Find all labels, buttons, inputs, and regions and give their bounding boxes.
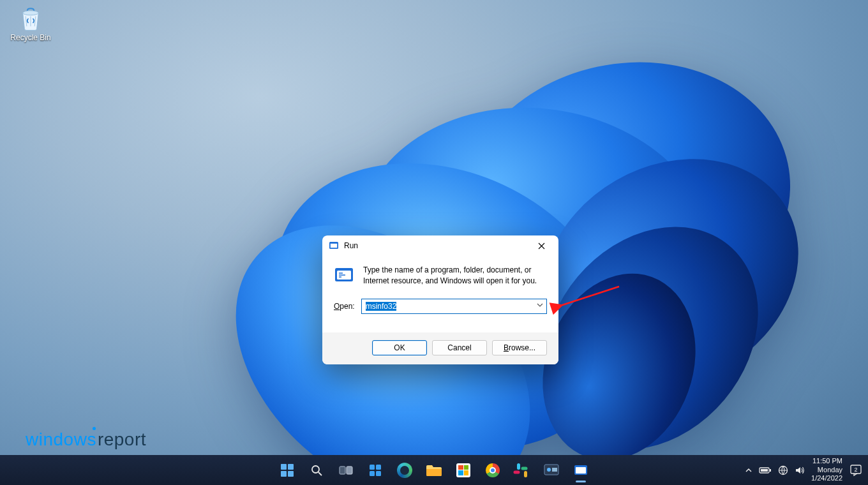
run-description: Type the name of a program, folder, docu… bbox=[363, 265, 547, 287]
windowsreport-watermark: windowsreport bbox=[26, 429, 146, 450]
search-button[interactable] bbox=[303, 457, 330, 484]
start-button[interactable] bbox=[274, 457, 301, 484]
svg-rect-12 bbox=[376, 465, 381, 470]
svg-rect-19 bbox=[576, 467, 586, 474]
svg-rect-21 bbox=[761, 469, 768, 472]
svg-text:2: 2 bbox=[854, 466, 857, 473]
taskbar-center bbox=[274, 455, 594, 485]
run-dialog-icon bbox=[334, 265, 354, 285]
clock-date: 1/24/2022 bbox=[811, 474, 842, 483]
file-explorer-button[interactable] bbox=[421, 457, 447, 484]
recycle-bin-icon[interactable]: Recycle Bin bbox=[8, 5, 54, 42]
clock-day: Monday bbox=[811, 466, 842, 475]
slack-button[interactable] bbox=[509, 457, 535, 484]
folder-icon bbox=[426, 464, 442, 477]
taskbar-clock[interactable]: 11:50 PM Monday 1/24/2022 bbox=[811, 457, 842, 483]
notifications-button[interactable]: 2 bbox=[849, 463, 863, 477]
edge-button[interactable] bbox=[391, 457, 418, 484]
taskbar-right: 11:50 PM Monday 1/24/2022 2 bbox=[745, 455, 863, 485]
battery-icon[interactable] bbox=[759, 466, 772, 474]
svg-rect-9 bbox=[340, 466, 345, 474]
svg-line-8 bbox=[318, 472, 322, 475]
network-icon[interactable] bbox=[778, 465, 788, 475]
svg-rect-17 bbox=[552, 468, 557, 472]
recycle-bin-glyph-icon bbox=[17, 5, 44, 32]
generic-app-icon bbox=[544, 464, 559, 477]
svg-rect-2 bbox=[331, 244, 338, 248]
ok-button[interactable]: OK bbox=[372, 340, 427, 355]
clock-time: 11:50 PM bbox=[811, 457, 842, 466]
task-view-icon bbox=[339, 465, 353, 476]
store-icon bbox=[456, 463, 470, 477]
browse-button[interactable]: Browse... bbox=[492, 340, 547, 355]
svg-rect-11 bbox=[370, 465, 375, 470]
notification-icon: 2 bbox=[849, 463, 863, 477]
svg-rect-13 bbox=[370, 471, 375, 476]
svg-point-0 bbox=[23, 11, 39, 15]
desktop: Recycle Bin windowsreport Run bbox=[0, 0, 868, 485]
search-icon bbox=[310, 464, 323, 477]
task-view-button[interactable] bbox=[333, 457, 359, 484]
svg-rect-10 bbox=[347, 466, 352, 474]
recycle-bin-label: Recycle Bin bbox=[8, 33, 54, 42]
microsoft-store-button[interactable] bbox=[450, 457, 477, 484]
open-label: Open: bbox=[334, 302, 355, 311]
open-combobox[interactable] bbox=[361, 299, 547, 314]
slack-icon bbox=[515, 463, 529, 477]
close-icon bbox=[538, 243, 545, 250]
cancel-button[interactable]: Cancel bbox=[432, 340, 487, 355]
svg-rect-14 bbox=[376, 471, 381, 476]
edge-icon bbox=[397, 463, 412, 478]
widgets-button[interactable] bbox=[362, 457, 389, 484]
svg-point-7 bbox=[312, 466, 319, 473]
windows-start-icon bbox=[281, 464, 294, 477]
open-input[interactable] bbox=[361, 299, 547, 314]
svg-point-16 bbox=[547, 468, 551, 472]
run-taskbar-button[interactable] bbox=[567, 457, 594, 484]
tray-chevron-up-icon[interactable] bbox=[745, 466, 752, 474]
chrome-icon bbox=[486, 463, 500, 477]
volume-icon[interactable] bbox=[795, 465, 805, 475]
run-app-icon bbox=[329, 241, 339, 251]
svg-rect-22 bbox=[770, 469, 771, 472]
widgets-icon bbox=[368, 463, 382, 477]
run-dialog: Run Type the name of a program, folder, … bbox=[322, 235, 558, 364]
run-titlebar[interactable]: Run bbox=[322, 235, 558, 256]
taskbar: 11:50 PM Monday 1/24/2022 2 bbox=[0, 455, 868, 485]
chrome-button[interactable] bbox=[479, 457, 506, 484]
system-tray bbox=[745, 465, 805, 475]
run-taskbar-icon bbox=[573, 464, 588, 477]
close-button[interactable] bbox=[528, 236, 555, 255]
run-title: Run bbox=[344, 241, 528, 250]
app-button-1[interactable] bbox=[538, 457, 565, 484]
